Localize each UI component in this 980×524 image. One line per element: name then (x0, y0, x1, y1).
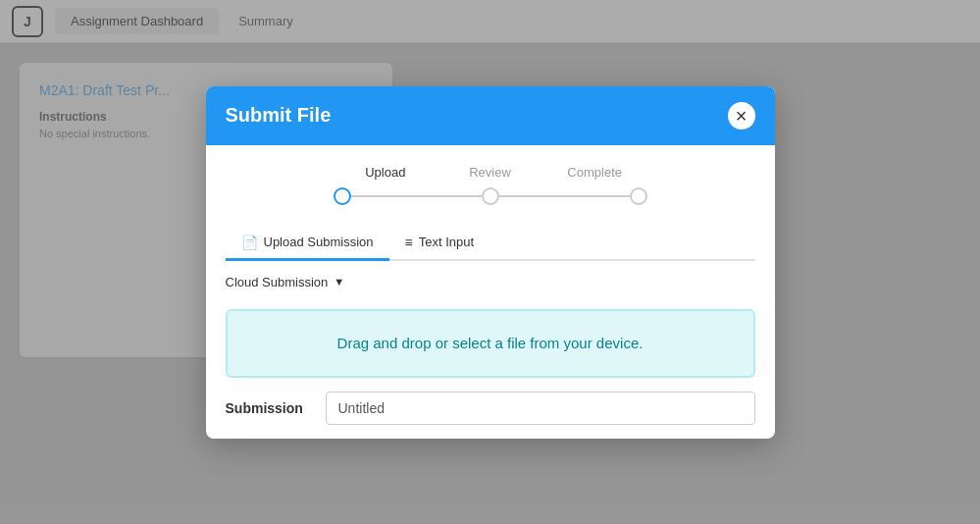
modal-title: Submit File (226, 104, 332, 127)
modal-overlay: Submit File × Upload Review Complete (0, 0, 980, 524)
modal-close-button[interactable]: × (728, 102, 755, 130)
step-label-complete: Complete (542, 165, 647, 180)
step-label-review: Review (438, 165, 542, 180)
cloud-submission-dropdown[interactable]: Cloud Submission ▼ (226, 275, 345, 289)
step-label-upload: Upload (334, 165, 438, 180)
step-line-1 (351, 195, 482, 197)
chevron-down-icon: ▼ (334, 276, 344, 288)
steps-labels: Upload Review Complete (334, 165, 647, 180)
file-drop-zone[interactable]: Drag and drop or select a file from your… (226, 309, 755, 378)
submission-row: Submission (226, 392, 755, 425)
step-line-2 (499, 195, 630, 197)
submit-file-modal: Submit File × Upload Review Complete (206, 86, 775, 439)
steps-track (334, 187, 647, 205)
step-circle-1 (334, 187, 351, 205)
drop-zone-text: Drag and drop or select a file from your… (337, 335, 644, 351)
steps-container: Upload Review Complete (206, 145, 775, 215)
step-circle-2 (482, 187, 499, 205)
tab-text-input[interactable]: ≡ Text Input (389, 227, 490, 261)
submission-name-input[interactable] (326, 392, 755, 425)
modal-header: Submit File × (206, 86, 775, 145)
file-icon: 📄 (241, 235, 258, 250)
text-lines-icon: ≡ (405, 235, 413, 250)
submission-label: Submission (226, 400, 314, 416)
tab-upload-submission[interactable]: 📄 Upload Submission (226, 227, 389, 261)
modal-tabs: 📄 Upload Submission ≡ Text Input (226, 227, 755, 261)
step-circle-3 (630, 187, 647, 205)
